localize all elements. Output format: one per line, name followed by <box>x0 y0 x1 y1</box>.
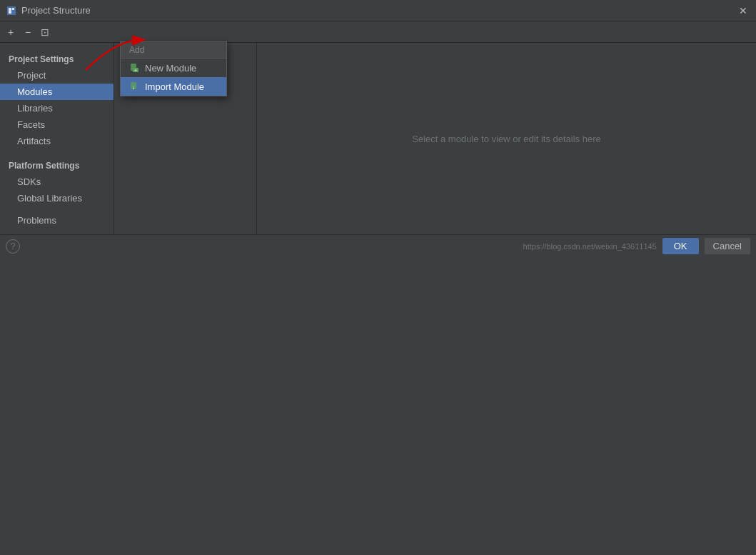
sidebar-divider <box>0 149 114 155</box>
import-module-icon: ↓ <box>129 81 141 92</box>
sidebar-item-artifacts[interactable]: Artifacts <box>0 133 114 149</box>
project-settings-title: Project Settings <box>0 51 114 67</box>
bottom-bar: ? https://blog.csdn.net/weixin_43611145 … <box>0 234 756 257</box>
platform-settings-title: Platform Settings <box>0 158 114 174</box>
sidebar-item-project[interactable]: Project <box>0 67 114 84</box>
sidebar-item-sdks[interactable]: SDKs <box>0 174 114 190</box>
svg-text:+: + <box>134 68 137 73</box>
add-dropdown-menu: Add + New Module ↓ Import Module <box>120 41 227 96</box>
import-module-item[interactable]: ↓ Import Module <box>121 77 226 96</box>
sidebar-item-global-libraries[interactable]: Global Libraries <box>0 190 114 206</box>
toolbar: + − ⊡ <box>0 21 756 43</box>
sidebar-item-libraries[interactable]: Libraries <box>0 100 114 116</box>
remove-button[interactable]: − <box>20 24 36 40</box>
sidebar-item-modules[interactable]: Modules <box>0 84 114 100</box>
right-panel: Select a module to view or edit its deta… <box>257 43 756 234</box>
app-icon <box>6 5 17 16</box>
new-module-item[interactable]: + New Module <box>121 59 226 77</box>
copy-button[interactable]: ⊡ <box>37 24 53 40</box>
sidebar-item-facets[interactable]: Facets <box>0 116 114 133</box>
bottom-left: ? <box>6 239 20 254</box>
content-area: Project Settings Project Modules Librari… <box>0 43 756 234</box>
url-label: https://blog.csdn.net/weixin_43611145 <box>523 242 657 251</box>
svg-rect-1 <box>9 8 11 14</box>
sidebar: Project Settings Project Modules Librari… <box>0 43 114 234</box>
new-module-icon: + <box>129 62 141 74</box>
help-button[interactable]: ? <box>6 239 20 254</box>
bottom-right: https://blog.csdn.net/weixin_43611145 OK… <box>523 238 750 254</box>
sidebar-item-problems[interactable]: Problems <box>0 212 114 229</box>
svg-rect-2 <box>12 8 14 10</box>
add-button[interactable]: + <box>3 24 19 40</box>
sidebar-divider-2 <box>0 206 114 212</box>
select-module-hint: Select a module to view or edit its deta… <box>412 134 600 144</box>
ok-button[interactable]: OK <box>662 238 699 254</box>
svg-text:↓: ↓ <box>132 84 136 91</box>
import-module-label: Import Module <box>145 81 204 92</box>
close-button[interactable]: ✕ <box>736 4 750 18</box>
window-title: Project Structure <box>21 5 750 16</box>
new-module-label: New Module <box>145 63 196 74</box>
title-bar: Project Structure ✕ <box>0 0 756 21</box>
cancel-button[interactable]: Cancel <box>705 238 750 254</box>
dropdown-header: Add <box>121 42 226 59</box>
